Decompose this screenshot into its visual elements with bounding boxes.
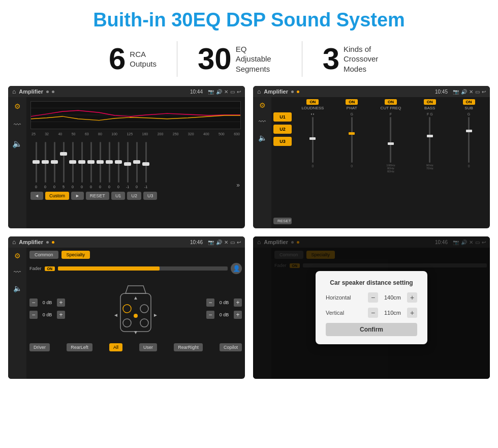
- eq-slider-8[interactable]: 0: [105, 142, 114, 189]
- copilot-btn[interactable]: Copilot: [220, 343, 242, 351]
- eq-slider-6[interactable]: 0: [86, 142, 96, 189]
- home-icon-s2[interactable]: ⌂: [257, 88, 261, 95]
- eq-tune-icon[interactable]: ⚙: [14, 102, 21, 110]
- stat-rca-number: 6: [109, 44, 126, 74]
- spk-spk-icon[interactable]: 🔈: [13, 284, 22, 292]
- vertical-label: Vertical: [326, 310, 359, 316]
- bass-on-btn[interactable]: ON: [424, 99, 436, 105]
- fr-plus-btn[interactable]: +: [234, 298, 242, 307]
- stat-crossover: 3 Kinds ofCrossover Modes: [302, 44, 410, 74]
- eq-u2-btn[interactable]: U2: [127, 192, 141, 200]
- horizontal-minus-btn[interactable]: −: [368, 292, 378, 303]
- preset-u1-btn[interactable]: U1: [273, 112, 292, 122]
- eq-speaker-icon[interactable]: 🔈: [12, 139, 22, 148]
- rr-minus-btn[interactable]: −: [206, 311, 214, 319]
- back-icon-s3[interactable]: ↩: [237, 240, 241, 245]
- volume-icon-s1: 🔊: [216, 89, 222, 95]
- fr-minus-btn[interactable]: −: [206, 298, 214, 307]
- spk-left-panel: ⚙ 〰 🔈: [8, 248, 26, 379]
- tab-specialty[interactable]: Specialty: [61, 251, 90, 259]
- svg-point-6: [123, 319, 131, 327]
- sub-on-btn[interactable]: ON: [463, 99, 475, 105]
- dialog-box: Car speaker distance setting Horizontal …: [316, 271, 427, 344]
- amp-speaker-icon[interactable]: 🔈: [258, 134, 267, 142]
- eq-sliders: 0 0 0 5 0 0 0 0 0 0 -1 0 -1 »: [30, 138, 241, 189]
- amp-reset-btn[interactable]: RESET: [273, 218, 292, 224]
- rearleft2-btn[interactable]: RearRight: [174, 343, 203, 351]
- rr-plus-btn[interactable]: +: [234, 311, 242, 319]
- eq-slider-7[interactable]: 0: [96, 142, 105, 189]
- eq-u3-btn[interactable]: U3: [143, 192, 158, 200]
- x-icon-s1: ✕: [224, 89, 228, 95]
- eq-slider-10[interactable]: -1: [123, 142, 132, 189]
- eq-slider-9[interactable]: 0: [114, 142, 123, 189]
- amp-wave-icon[interactable]: 〰: [259, 117, 266, 126]
- eq-play-btn[interactable]: ►: [71, 192, 84, 200]
- svg-text:◄: ◄: [113, 312, 118, 318]
- eq-slider-1[interactable]: 0: [41, 142, 50, 189]
- fl-db-val: 0 dB: [40, 300, 55, 305]
- stat-rca-text: RCAOutputs: [130, 49, 157, 69]
- eq-more-icon[interactable]: »: [236, 182, 240, 189]
- eq-slider-3[interactable]: 5: [59, 142, 68, 189]
- eq-reset-btn[interactable]: RESET: [86, 192, 109, 200]
- back-icon-s1[interactable]: ↩: [237, 89, 241, 95]
- time-s1: 10:44: [190, 89, 203, 95]
- spk-wave-icon[interactable]: 〰: [14, 268, 21, 276]
- fl-plus-btn[interactable]: +: [57, 298, 65, 307]
- dot2-s3: [52, 241, 54, 244]
- eq-prev-btn[interactable]: ◄: [30, 192, 43, 200]
- stat-eq-text: EQ AdjustableSegments: [236, 44, 282, 74]
- horizontal-plus-btn[interactable]: +: [407, 292, 417, 303]
- rl-minus-btn[interactable]: −: [29, 311, 38, 319]
- eq-slider-0[interactable]: 0: [32, 142, 41, 189]
- driver-btn[interactable]: Driver: [29, 343, 50, 351]
- amp-tune-icon[interactable]: ⚙: [259, 101, 266, 109]
- title-s3: Amplifier: [19, 239, 43, 245]
- page-title: Buith-in 30EQ DSP Sound System: [0, 0, 498, 37]
- eq-slider-12[interactable]: -1: [141, 142, 150, 189]
- eq-u1-btn[interactable]: U1: [111, 192, 126, 200]
- dialog-title: Car speaker distance setting: [326, 279, 417, 286]
- back-icon-s2[interactable]: ↩: [482, 89, 486, 95]
- x-icon-s2: ✕: [469, 89, 473, 95]
- tab-common[interactable]: Common: [29, 251, 58, 259]
- dialog-overlay: Car speaker distance setting Horizontal …: [253, 236, 490, 379]
- db-row-fr: − 0 dB +: [206, 298, 242, 307]
- eq-custom-btn[interactable]: Custom: [45, 192, 69, 200]
- spk-tune-icon[interactable]: ⚙: [14, 252, 21, 260]
- loudness-on-btn[interactable]: ON: [306, 99, 319, 105]
- camera-icon-s3: 📷: [208, 240, 214, 245]
- vertical-plus-btn[interactable]: +: [407, 308, 417, 318]
- vertical-minus-btn[interactable]: −: [368, 308, 378, 318]
- eq-slider-5[interactable]: 0: [77, 142, 86, 189]
- fl-minus-btn[interactable]: −: [29, 298, 38, 307]
- eq-slider-4[interactable]: 0: [68, 142, 77, 189]
- eq-slider-11[interactable]: 0: [132, 142, 141, 189]
- horizontal-label: Horizontal: [326, 294, 359, 301]
- eq-screen-content: ⚙ 〰 🔈: [8, 97, 245, 228]
- topbar-s2: ⌂ Amplifier 10:45 📷 🔊 ✕ ▭ ↩: [253, 86, 490, 97]
- phat-on-btn[interactable]: ON: [346, 99, 358, 105]
- rl-db-val: 0 dB: [40, 312, 55, 317]
- svg-text:▼: ▼: [133, 330, 138, 335]
- stat-rca: 6 RCAOutputs: [88, 44, 177, 74]
- preset-u3-btn[interactable]: U3: [273, 137, 292, 146]
- confirm-button[interactable]: Confirm: [326, 323, 417, 336]
- home-icon-s1[interactable]: ⌂: [12, 88, 16, 95]
- cutfreq-on-btn[interactable]: ON: [385, 99, 397, 105]
- rl-plus-btn[interactable]: +: [57, 311, 65, 319]
- stat-crossover-number: 3: [323, 44, 339, 74]
- eq-slider-2[interactable]: 0: [50, 142, 59, 189]
- home-icon-s3[interactable]: ⌂: [12, 238, 16, 246]
- preset-u2-btn[interactable]: U2: [273, 125, 292, 134]
- rearleft-btn[interactable]: RearLeft: [67, 343, 92, 351]
- eq-wave-icon[interactable]: 〰: [14, 121, 21, 129]
- all-btn[interactable]: All: [109, 343, 122, 351]
- user-btn[interactable]: User: [139, 343, 157, 351]
- dot1-s3: [46, 241, 49, 244]
- time-s2: 10:45: [435, 89, 448, 95]
- camera-icon-s1: 📷: [208, 89, 214, 95]
- dot1-s1: [46, 91, 49, 93]
- topbar-s1: ⌂ Amplifier 10:44 📷 🔊 ✕ ▭ ↩: [8, 86, 245, 97]
